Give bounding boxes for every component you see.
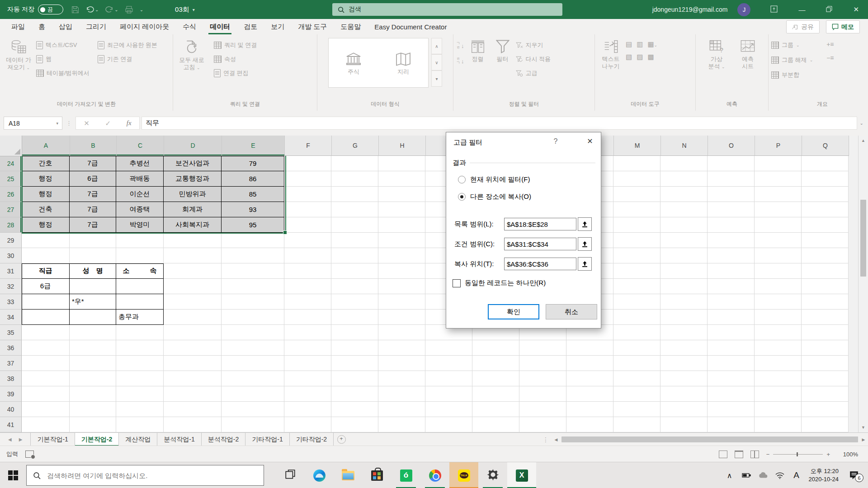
copy-to-input[interactable] [504,258,576,270]
cell-N25[interactable] [660,171,708,187]
list-range-input[interactable] [504,218,576,230]
cell-M35[interactable] [613,325,660,340]
cell-N28[interactable] [660,217,708,233]
cell-D28[interactable]: 사회복지과 [164,217,222,233]
cell-G38[interactable] [331,371,378,386]
edit-links-button[interactable]: 연결 편집 [214,68,257,79]
cell-O38[interactable] [708,371,755,386]
cell-C34[interactable]: 총무과 [116,310,164,325]
cell-P28[interactable] [755,217,802,233]
minimize-button[interactable]: — [798,6,805,14]
row-header-26[interactable]: 26 [0,187,22,202]
cell-N26[interactable] [660,187,708,202]
cell-L37[interactable] [566,356,613,371]
cell-P31[interactable] [755,263,802,279]
cell-A26[interactable]: 행정 [22,187,70,202]
row-header-41[interactable]: 41 [0,417,22,432]
cell-B39[interactable] [70,386,116,402]
taskbar-search-input[interactable] [46,471,238,480]
cell-F32[interactable] [284,279,331,294]
cell-M37[interactable] [613,356,660,371]
cell-B25[interactable]: 6급 [70,171,116,187]
cell-P38[interactable] [755,371,802,386]
cell-D25[interactable]: 교통행정과 [164,171,222,187]
ribbon-tab-데이터[interactable]: 데이터 [203,19,237,34]
taskbar-app-settings[interactable] [478,462,507,488]
gallery-up-button[interactable]: ∧ [431,38,442,54]
cell-A36[interactable] [22,340,70,356]
from-text-csv-button[interactable]: 텍스트/CSV [36,40,90,51]
cell-C31[interactable]: 소 속 [116,263,164,279]
cell-P41[interactable] [755,417,802,432]
cell-A25[interactable]: 행정 [22,171,70,187]
cell-H36[interactable] [378,340,425,356]
row-header-31[interactable]: 31 [0,263,22,279]
cell-P24[interactable] [755,156,802,171]
refresh-all-button[interactable]: 모두 새로고침 ⌄ [176,38,208,71]
cell-L36[interactable] [566,340,613,356]
reapply-filter-button[interactable]: 다시 적용 [516,54,551,65]
restore-button[interactable] [826,6,832,14]
cell-G29[interactable] [331,233,378,248]
cell-E35[interactable] [222,325,284,340]
taskbar-app-chrome[interactable] [420,462,449,488]
row-header-28[interactable]: 28 [0,217,22,233]
cell-C35[interactable] [116,325,164,340]
print-preview-icon[interactable] [125,6,133,14]
cell-N33[interactable] [660,294,708,310]
cell-Q30[interactable] [802,248,849,263]
cell-Q39[interactable] [802,386,849,402]
page-layout-view-icon[interactable] [735,450,743,458]
cell-H38[interactable] [378,371,425,386]
onedrive-cloud-icon[interactable] [759,472,768,479]
cell-D33[interactable] [164,294,222,310]
dialog-close-button[interactable]: ✕ [582,134,598,148]
cell-H24[interactable] [378,156,425,171]
sheet-scroll-left-icon[interactable]: ◀ [8,437,12,442]
cell-B41[interactable] [70,417,116,432]
cell-O26[interactable] [708,187,755,202]
group-button[interactable]: 그룹 ⌄ [771,40,813,51]
column-header-E[interactable]: E [222,136,285,156]
cell-O41[interactable] [708,417,755,432]
what-if-analysis-button[interactable]: ? 가상분석 ⌄ [703,38,730,70]
cell-A40[interactable] [22,402,70,417]
cell-A31[interactable]: 직급 [22,263,70,279]
ribbon-tab-삽입[interactable]: 삽입 [52,19,79,34]
cell-P36[interactable] [755,340,802,356]
row-header-35[interactable]: 35 [0,325,22,340]
cell-E32[interactable] [222,279,284,294]
cell-B26[interactable]: 7급 [70,187,116,202]
cell-E27[interactable]: 93 [222,202,284,217]
cell-N35[interactable] [660,325,708,340]
row-header-32[interactable]: 32 [0,279,22,294]
cell-O39[interactable] [708,386,755,402]
autosave-toggle[interactable]: 자동 저장 끔 [7,5,63,14]
taskbar-app-task-view[interactable] [276,462,305,488]
cell-A35[interactable] [22,325,70,340]
cell-C33[interactable] [116,294,164,310]
stocks-data-type[interactable]: 주식 [338,51,369,75]
column-header-M[interactable]: M [614,136,661,156]
cell-H27[interactable] [378,202,425,217]
row-header-40[interactable]: 40 [0,402,22,417]
cell-G34[interactable] [331,310,378,325]
ribbon-tab-보기[interactable]: 보기 [264,19,291,34]
cell-K38[interactable] [519,371,566,386]
cell-F29[interactable] [284,233,331,248]
cell-B28[interactable]: 7급 [70,217,116,233]
cell-K36[interactable] [519,340,566,356]
cell-F26[interactable] [284,187,331,202]
sort-button[interactable]: 정렬 [466,38,490,63]
row-header-33[interactable]: 33 [0,294,22,310]
cell-B38[interactable] [70,371,116,386]
normal-view-icon[interactable] [719,450,727,458]
cell-P33[interactable] [755,294,802,310]
cell-M29[interactable] [613,233,660,248]
cell-A39[interactable] [22,386,70,402]
action-center-icon[interactable]: 6 [846,469,862,482]
column-header-G[interactable]: G [332,136,379,156]
cell-P25[interactable] [755,171,802,187]
cancel-entry-icon[interactable]: ✕ [84,119,90,127]
forecast-sheet-button[interactable]: 예측시트 [735,38,761,70]
